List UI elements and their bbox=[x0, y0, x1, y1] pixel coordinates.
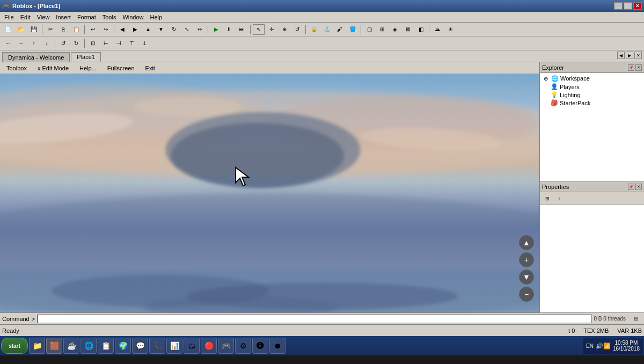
fill-tool[interactable]: 🪣 bbox=[347, 24, 358, 35]
move-up-button[interactable]: ▲ bbox=[142, 24, 154, 35]
tb2-btn3[interactable]: ↑ bbox=[28, 38, 40, 49]
menu-edit[interactable]: Edit bbox=[17, 13, 34, 21]
step-button[interactable]: ⏭ bbox=[236, 24, 248, 35]
snap-grid[interactable]: ⊞ bbox=[376, 24, 388, 35]
taskbar-icon-stock[interactable]: 📊 bbox=[166, 338, 182, 354]
taskbar-icon-discord[interactable]: 💬 bbox=[132, 338, 148, 354]
tab-nav-left[interactable]: ◀ bbox=[617, 52, 625, 59]
exit-button[interactable]: Exit bbox=[141, 64, 159, 72]
taskbar-icon-obs[interactable]: ⏺ bbox=[269, 338, 286, 354]
taskbar-icon-roblox2[interactable]: 🅡 bbox=[252, 338, 268, 354]
move-fwd-button[interactable]: ▶ bbox=[129, 24, 141, 35]
open-button[interactable]: 📂 bbox=[15, 24, 27, 35]
toolbox-button[interactable]: Toolbox bbox=[2, 64, 31, 72]
nav-zoom-out-button[interactable]: − bbox=[519, 287, 534, 302]
explorer-workspace[interactable]: ⊕ 🌐 Workspace bbox=[540, 74, 644, 83]
paste-button[interactable]: 📋 bbox=[70, 24, 82, 35]
close-button[interactable]: ✕ bbox=[633, 2, 642, 10]
help-button[interactable]: Help... bbox=[75, 64, 101, 72]
tb2-rotate2[interactable]: ↻ bbox=[70, 38, 82, 49]
taskbar-icon-game1[interactable]: 🎮 bbox=[218, 338, 234, 354]
menu-insert[interactable]: Insert bbox=[53, 13, 74, 21]
properties-close[interactable]: ✕ bbox=[635, 184, 642, 190]
rotate-button[interactable]: ↻ bbox=[168, 24, 180, 35]
tb2-btn1[interactable]: ← bbox=[2, 38, 14, 49]
maximize-button[interactable]: □ bbox=[624, 2, 632, 10]
move-tool[interactable]: ✛ bbox=[266, 24, 277, 35]
play-button[interactable]: ▶ bbox=[210, 24, 222, 35]
explorer-lighting[interactable]: 💡 Lighting bbox=[540, 91, 644, 99]
separator-3 bbox=[114, 25, 114, 34]
scale-tool[interactable]: ⊕ bbox=[279, 24, 290, 35]
menu-view[interactable]: View bbox=[34, 13, 53, 21]
redo-button[interactable]: ↪ bbox=[100, 24, 112, 35]
joinsurf-btn[interactable]: ⊠ bbox=[402, 24, 414, 35]
taskbar-icon-java[interactable]: ☕ bbox=[63, 338, 79, 354]
tb2-camera4[interactable]: ⊤ bbox=[126, 38, 137, 49]
menu-file[interactable]: File bbox=[1, 13, 17, 21]
tab-dynamica[interactable]: Dynamica - Welcome bbox=[2, 52, 70, 62]
lock-tool[interactable]: 🔒 bbox=[308, 24, 320, 35]
command-input[interactable] bbox=[37, 315, 591, 323]
surface-btn[interactable]: ◧ bbox=[415, 24, 427, 35]
taskbar-icon-settings[interactable]: ⚙ bbox=[235, 338, 251, 354]
taskbar-icon-skype[interactable]: 📞 bbox=[149, 338, 165, 354]
taskbar-icon-folder[interactable]: 🗂 bbox=[184, 338, 200, 354]
taskbar-icon-filezilla[interactable]: 📋 bbox=[98, 338, 114, 354]
tab-close[interactable]: ✕ bbox=[634, 52, 642, 59]
nav-up-button[interactable]: ▲ bbox=[519, 235, 534, 250]
nav-zoom-in-button[interactable]: + bbox=[519, 252, 534, 267]
explorer-close[interactable]: ✕ bbox=[635, 64, 642, 71]
tb2-btn2[interactable]: → bbox=[15, 38, 27, 49]
menu-tools[interactable]: Tools bbox=[99, 13, 120, 21]
props-sort-btn[interactable]: ↕ bbox=[554, 194, 565, 203]
taskbar-icon-roblox[interactable]: 🟫 bbox=[46, 338, 62, 354]
minimize-button[interactable]: _ bbox=[614, 2, 623, 10]
taskbar-icon-browser[interactable]: 🌐 bbox=[80, 338, 97, 354]
save-button[interactable]: 💾 bbox=[28, 24, 40, 35]
collision-btn[interactable]: ◈ bbox=[389, 24, 401, 35]
tab-nav-right[interactable]: ▶ bbox=[626, 52, 633, 59]
undo-button[interactable]: ↩ bbox=[87, 24, 99, 35]
tb2-camera2[interactable]: ⊢ bbox=[100, 38, 112, 49]
paint-tool[interactable]: 🖌 bbox=[334, 24, 346, 35]
taskbar-right: EN 🔊📶 10:58 PM 16/10/2018 bbox=[583, 338, 643, 354]
nav-down-button[interactable]: ▼ bbox=[519, 270, 534, 285]
taskbar-icon-ie[interactable]: 🌍 bbox=[115, 338, 131, 354]
menu-help[interactable]: Help bbox=[147, 13, 166, 21]
select-tool[interactable]: ↖ bbox=[253, 24, 265, 35]
pause-button[interactable]: ⏸ bbox=[223, 24, 235, 35]
cut-button[interactable]: ✂ bbox=[45, 24, 56, 35]
output-btn[interactable]: ⊞ bbox=[630, 314, 642, 324]
resize-button[interactable]: ⇔ bbox=[194, 24, 206, 35]
move-back-button[interactable]: ◀ bbox=[116, 24, 128, 35]
copy-button[interactable]: ⎘ bbox=[57, 24, 69, 35]
taskbar-icon-burn[interactable]: 🔴 bbox=[201, 338, 217, 354]
tb2-camera5[interactable]: ⊥ bbox=[138, 38, 150, 49]
properties-pin[interactable]: 📌 bbox=[628, 184, 634, 190]
rotate-tool[interactable]: ↺ bbox=[291, 24, 303, 35]
move-dn-button[interactable]: ▼ bbox=[155, 24, 167, 35]
lighting-btn[interactable]: ☀ bbox=[444, 24, 456, 35]
props-grid-btn[interactable]: ⊞ bbox=[542, 194, 553, 203]
scale-button[interactable]: ⤡ bbox=[181, 24, 193, 35]
viewport[interactable]: ▲ + ▼ − bbox=[0, 74, 539, 312]
start-button[interactable]: start bbox=[1, 338, 28, 354]
explorer-pin[interactable]: 📌 bbox=[628, 64, 634, 71]
explorer-players[interactable]: 👤 Players bbox=[540, 83, 644, 91]
tb2-rotate1[interactable]: ↺ bbox=[57, 38, 69, 49]
new-button[interactable]: 📄 bbox=[2, 24, 14, 35]
menu-format[interactable]: Format bbox=[74, 13, 99, 21]
edit-mode-button[interactable]: x Edit Mode bbox=[33, 64, 73, 72]
taskbar-icon-explorer[interactable]: 📁 bbox=[29, 338, 45, 354]
menu-window[interactable]: Window bbox=[119, 13, 147, 21]
explorer-starterpack[interactable]: 🎒 StarterPack bbox=[540, 99, 644, 107]
fullscreen-button[interactable]: Fullscreen bbox=[103, 64, 139, 72]
terrain-btn[interactable]: ⛰ bbox=[431, 24, 443, 35]
tb2-camera3[interactable]: ⊣ bbox=[113, 38, 125, 49]
anchor-tool[interactable]: ⚓ bbox=[321, 24, 333, 35]
tb2-camera1[interactable]: ⊡ bbox=[87, 38, 99, 49]
tb2-btn4[interactable]: ↓ bbox=[41, 38, 53, 49]
box-select[interactable]: ▢ bbox=[363, 24, 375, 35]
tab-place1[interactable]: Place1 bbox=[71, 52, 101, 62]
